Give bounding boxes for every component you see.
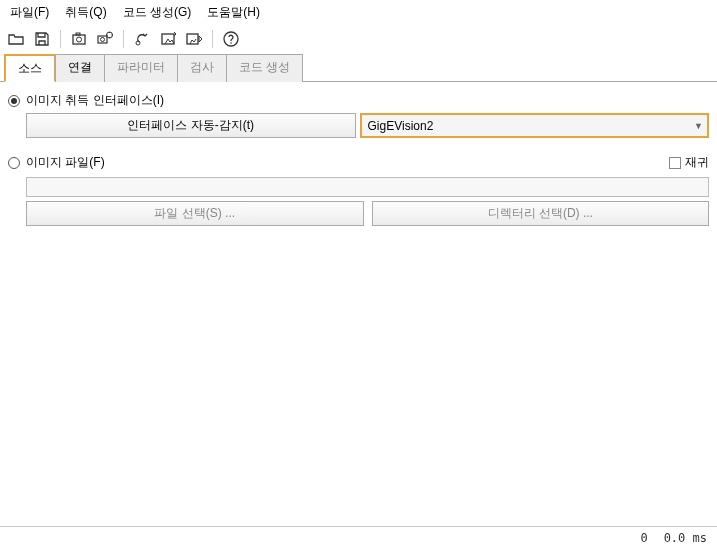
snap-icon[interactable] bbox=[158, 29, 178, 49]
recursive-checkbox-group[interactable]: 재귀 bbox=[669, 154, 709, 171]
help-icon[interactable] bbox=[221, 29, 241, 49]
status-count: 0 bbox=[640, 531, 647, 545]
file-select-button[interactable]: 파일 선택(S) ... bbox=[26, 201, 364, 226]
menu-file[interactable]: 파일(F) bbox=[4, 2, 55, 23]
interface-select-row: 인터페이스 자동-감지(t) GigEVision2 ▼ bbox=[26, 113, 709, 138]
tab-content-source: 이미지 취득 인터페이스(I) 인터페이스 자동-감지(t) GigEVisio… bbox=[0, 82, 717, 526]
file-path-input[interactable] bbox=[26, 177, 709, 197]
svg-rect-8 bbox=[187, 34, 198, 44]
image-file-row: 이미지 파일(F) 재귀 bbox=[8, 150, 709, 175]
tab-connection[interactable]: 연결 bbox=[55, 54, 105, 82]
recursive-checkbox[interactable] bbox=[669, 157, 681, 169]
menu-help[interactable]: 도움말(H) bbox=[201, 2, 266, 23]
image-file-radio-row[interactable]: 이미지 파일(F) bbox=[8, 154, 105, 171]
recursive-label: 재귀 bbox=[685, 154, 709, 171]
interface-combobox[interactable]: GigEVision2 ▼ bbox=[360, 113, 710, 138]
open-folder-icon[interactable] bbox=[6, 29, 26, 49]
toolbar-separator bbox=[60, 30, 61, 48]
svg-rect-0 bbox=[73, 35, 85, 44]
save-icon[interactable] bbox=[32, 29, 52, 49]
toolbar-separator-3 bbox=[212, 30, 213, 48]
tab-source[interactable]: 소스 bbox=[4, 54, 56, 82]
capture-settings-icon[interactable] bbox=[95, 29, 115, 49]
status-time: 0.0 ms bbox=[664, 531, 707, 545]
svg-point-10 bbox=[230, 42, 232, 44]
tab-parameters[interactable]: 파라미터 bbox=[104, 54, 178, 82]
connect-icon[interactable] bbox=[132, 29, 152, 49]
menu-acquire[interactable]: 취득(Q) bbox=[59, 2, 112, 23]
radio-interface[interactable] bbox=[8, 95, 20, 107]
toolbar bbox=[0, 25, 717, 53]
svg-rect-2 bbox=[76, 33, 80, 35]
interface-radio-row[interactable]: 이미지 취득 인터페이스(I) bbox=[8, 92, 709, 109]
image-file-radio-label: 이미지 파일(F) bbox=[26, 154, 105, 171]
menu-bar: 파일(F) 취득(Q) 코드 생성(G) 도움말(H) bbox=[0, 0, 717, 25]
interface-radio-label: 이미지 취득 인터페이스(I) bbox=[26, 92, 164, 109]
toolbar-separator-2 bbox=[123, 30, 124, 48]
file-buttons-row: 파일 선택(S) ... 디렉터리 선택(D) ... bbox=[26, 201, 709, 226]
live-icon[interactable] bbox=[184, 29, 204, 49]
interface-selected-value: GigEVision2 bbox=[368, 119, 434, 133]
svg-point-1 bbox=[77, 37, 82, 42]
tab-inspect[interactable]: 검사 bbox=[177, 54, 227, 82]
svg-point-4 bbox=[101, 38, 105, 42]
radio-image-file[interactable] bbox=[8, 157, 20, 169]
capture-single-icon[interactable] bbox=[69, 29, 89, 49]
tab-bar: 소스 연결 파라미터 검사 코드 생성 bbox=[0, 53, 717, 82]
directory-select-button[interactable]: 디렉터리 선택(D) ... bbox=[372, 201, 710, 226]
menu-codegen[interactable]: 코드 생성(G) bbox=[117, 2, 198, 23]
tab-codegen[interactable]: 코드 생성 bbox=[226, 54, 303, 82]
status-bar: 0 0.0 ms bbox=[0, 526, 717, 549]
autodetect-button[interactable]: 인터페이스 자동-감지(t) bbox=[26, 113, 356, 138]
chevron-down-icon: ▼ bbox=[694, 121, 703, 131]
